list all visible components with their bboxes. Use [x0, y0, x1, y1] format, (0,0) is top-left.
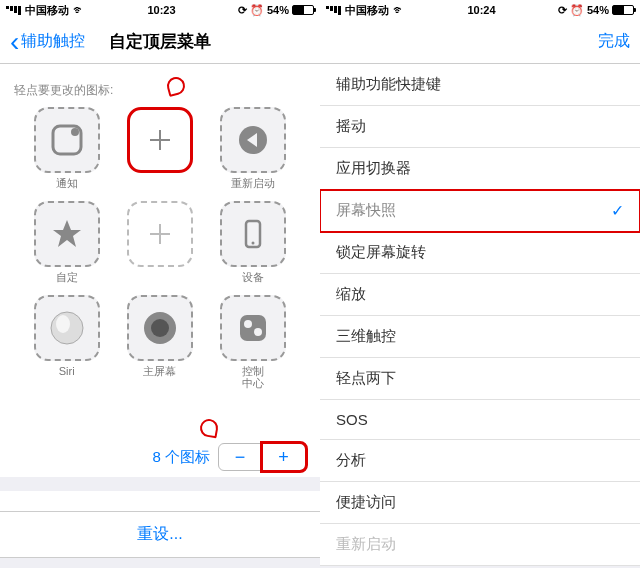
- icon-label: 控制 中心: [242, 365, 264, 389]
- phone-right: 中国移动 ᯤ 10:24 ⟳ ⏰ 54% 完成 辅助功能快捷键 摇动 应用切换器…: [320, 0, 640, 568]
- list-item[interactable]: 摇动: [320, 106, 640, 148]
- icon-label: 自定: [56, 271, 78, 285]
- icon-label: Siri: [59, 365, 75, 379]
- list-item-selected[interactable]: 屏幕快照✓: [320, 190, 640, 232]
- counter-label: 8 个图标: [152, 448, 210, 467]
- grid-cell-notifications[interactable]: 通知: [30, 107, 103, 191]
- alarm-icon: ⏰: [570, 4, 584, 17]
- signal-icon: [6, 6, 21, 15]
- grid-cell-restart[interactable]: 重新启动: [217, 107, 290, 191]
- list-item[interactable]: 应用切换器: [320, 148, 640, 190]
- icon-grid: 通知 重新启动 自定 设备 Siri 主屏幕: [0, 107, 320, 389]
- decrement-button[interactable]: −: [218, 443, 262, 471]
- grid-cell-siri[interactable]: Siri: [30, 295, 103, 389]
- nav-bar: 辅助触控 自定顶层菜单: [0, 20, 320, 64]
- grid-cell-device[interactable]: 设备: [217, 201, 290, 285]
- annotation-circle-2: [199, 418, 220, 439]
- list-item[interactable]: SOS: [320, 400, 640, 440]
- counter-row: 8 个图标 − +: [0, 437, 320, 477]
- svg-point-10: [252, 242, 255, 245]
- add-icon: [127, 201, 193, 267]
- clock: 10:23: [147, 4, 175, 16]
- carrier-label: 中国移动: [25, 3, 69, 18]
- svg-point-18: [254, 328, 262, 336]
- list-item[interactable]: 便捷访问: [320, 482, 640, 524]
- phone-left: 中国移动 ᯤ 10:23 ⟳ ⏰ 54% 辅助触控 自定顶层菜单 轻点要更改的图…: [0, 0, 320, 568]
- nav-bar: 完成: [320, 20, 640, 64]
- list-item[interactable]: 三维触控: [320, 316, 640, 358]
- list-item[interactable]: 分析: [320, 440, 640, 482]
- svg-point-1: [71, 128, 79, 136]
- signal-icon: [326, 6, 341, 15]
- back-button[interactable]: 辅助触控: [10, 31, 85, 52]
- wifi-icon: ᯤ: [393, 3, 405, 17]
- lock-icon: ⟳: [238, 4, 247, 17]
- annotation-circle-1: [165, 74, 187, 96]
- svg-rect-16: [240, 315, 266, 341]
- reset-button[interactable]: 重设...: [0, 511, 320, 558]
- check-icon: ✓: [611, 201, 624, 220]
- status-bar: 中国移动 ᯤ 10:24 ⟳ ⏰ 54%: [320, 0, 640, 20]
- svg-point-13: [56, 315, 70, 333]
- list-item-disabled: 重新启动: [320, 524, 640, 566]
- list-item[interactable]: 辅助功能快捷键: [320, 64, 640, 106]
- clock: 10:24: [467, 4, 495, 16]
- list-item[interactable]: 轻点两下: [320, 358, 640, 400]
- icon-label: 设备: [242, 271, 264, 285]
- increment-button[interactable]: +: [262, 443, 306, 471]
- icon-label: 主屏幕: [143, 365, 176, 379]
- grid-cell-control-center[interactable]: 控制 中心: [217, 295, 290, 389]
- grid-cell-add-1[interactable]: [123, 107, 196, 191]
- hint-label: 轻点要更改的图标:: [0, 64, 127, 107]
- battery-percent: 54%: [587, 4, 609, 16]
- status-bar: 中国移动 ᯤ 10:23 ⟳ ⏰ 54%: [0, 0, 320, 20]
- svg-point-17: [244, 320, 252, 328]
- grid-cell-custom[interactable]: 自定: [30, 201, 103, 285]
- wifi-icon: ᯤ: [73, 3, 85, 17]
- alarm-icon: ⏰: [250, 4, 264, 17]
- grid-cell-add-2[interactable]: [123, 201, 196, 285]
- grid-cell-home[interactable]: 主屏幕: [123, 295, 196, 389]
- battery-icon: [292, 5, 314, 15]
- icon-label: 通知: [56, 177, 78, 191]
- action-list: 辅助功能快捷键 摇动 应用切换器 屏幕快照✓ 锁定屏幕旋转 缩放 三维触控 轻点…: [320, 64, 640, 568]
- list-item[interactable]: 缩放: [320, 274, 640, 316]
- add-icon: [127, 107, 193, 173]
- battery-icon: [612, 5, 634, 15]
- done-button[interactable]: 完成: [598, 31, 630, 52]
- lock-icon: ⟳: [558, 4, 567, 17]
- svg-marker-6: [53, 220, 81, 247]
- list-item[interactable]: 锁定屏幕旋转: [320, 232, 640, 274]
- svg-point-15: [151, 319, 169, 337]
- icon-label: 重新启动: [231, 177, 275, 191]
- carrier-label: 中国移动: [345, 3, 389, 18]
- battery-percent: 54%: [267, 4, 289, 16]
